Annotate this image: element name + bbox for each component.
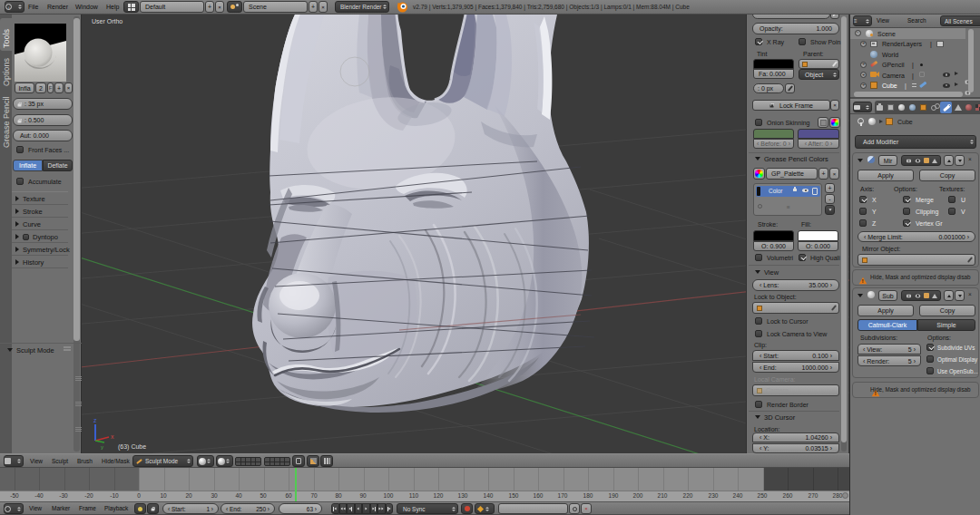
svg-text:x: x [111,433,114,440]
svg-text:z: z [93,417,97,423]
svg-text:y: y [101,444,103,450]
